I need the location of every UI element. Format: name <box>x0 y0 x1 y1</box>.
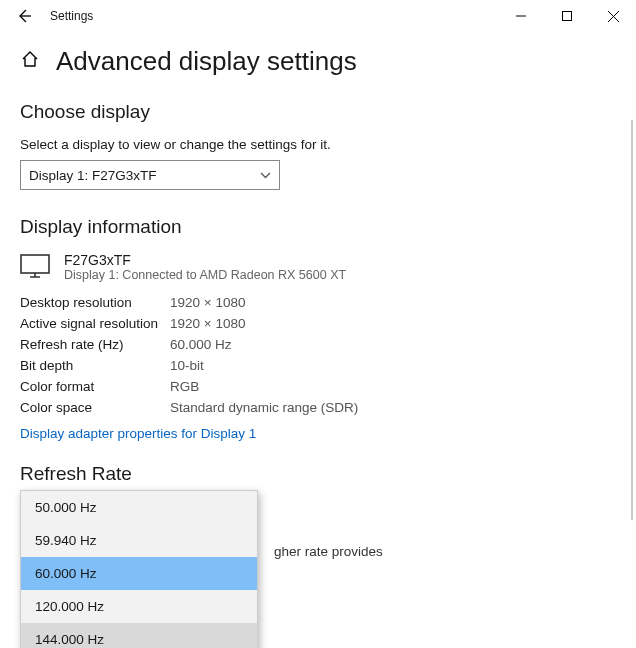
home-icon[interactable] <box>20 49 40 74</box>
display-select-value: Display 1: F27G3xTF <box>29 168 157 183</box>
titlebar: Settings <box>0 0 636 32</box>
chevron-down-icon <box>260 169 271 181</box>
refresh-rate-option[interactable]: 59.940 Hz <box>21 524 257 557</box>
info-row: Color formatRGB <box>20 376 616 397</box>
info-row: Bit depth10-bit <box>20 355 616 376</box>
info-value: 1920 × 1080 <box>170 316 245 331</box>
refresh-rate-option[interactable]: 120.000 Hz <box>21 590 257 623</box>
refresh-rate-option[interactable]: 144.000 Hz <box>21 623 257 648</box>
adapter-properties-link[interactable]: Display adapter properties for Display 1 <box>20 426 256 441</box>
info-label: Refresh rate (Hz) <box>20 337 170 352</box>
window-controls <box>498 0 636 32</box>
info-value: RGB <box>170 379 199 394</box>
display-info-heading: Display information <box>20 216 616 238</box>
svg-rect-0 <box>563 12 572 21</box>
info-row: Desktop resolution1920 × 1080 <box>20 292 616 313</box>
back-button[interactable] <box>8 0 40 32</box>
minimize-button[interactable] <box>498 0 544 32</box>
monitor-name: F27G3xTF <box>64 252 346 268</box>
info-label: Active signal resolution <box>20 316 170 331</box>
info-label: Bit depth <box>20 358 170 373</box>
info-label: Color space <box>20 400 170 415</box>
info-value: Standard dynamic range (SDR) <box>170 400 358 415</box>
content-area: Advanced display settings Choose display… <box>0 32 636 485</box>
monitor-summary: F27G3xTF Display 1: Connected to AMD Rad… <box>20 252 616 282</box>
info-value: 10-bit <box>170 358 204 373</box>
choose-display-desc: Select a display to view or change the s… <box>20 137 616 152</box>
info-label: Desktop resolution <box>20 295 170 310</box>
refresh-rate-option[interactable]: 50.000 Hz <box>21 491 257 524</box>
display-select[interactable]: Display 1: F27G3xTF <box>20 160 280 190</box>
refresh-rate-heading: Refresh Rate <box>20 463 616 485</box>
refresh-rate-dropdown[interactable]: 50.000 Hz59.940 Hz60.000 Hz120.000 Hz144… <box>20 490 258 648</box>
info-row: Color spaceStandard dynamic range (SDR) <box>20 397 616 418</box>
svg-rect-1 <box>21 255 49 273</box>
info-row: Active signal resolution1920 × 1080 <box>20 313 616 334</box>
choose-display-heading: Choose display <box>20 101 616 123</box>
info-value: 60.000 Hz <box>170 337 232 352</box>
monitor-connection: Display 1: Connected to AMD Radeon RX 56… <box>64 268 346 282</box>
scrollbar[interactable] <box>631 120 633 520</box>
monitor-icon <box>20 254 50 281</box>
info-row: Refresh rate (Hz)60.000 Hz <box>20 334 616 355</box>
info-value: 1920 × 1080 <box>170 295 245 310</box>
window-title: Settings <box>50 9 93 23</box>
refresh-desc-fragment: gher rate provides <box>274 544 383 559</box>
maximize-button[interactable] <box>544 0 590 32</box>
page-title: Advanced display settings <box>56 46 357 77</box>
close-button[interactable] <box>590 0 636 32</box>
display-info-table: Desktop resolution1920 × 1080Active sign… <box>20 292 616 418</box>
info-label: Color format <box>20 379 170 394</box>
refresh-rate-option[interactable]: 60.000 Hz <box>21 557 257 590</box>
arrow-left-icon <box>16 8 32 24</box>
